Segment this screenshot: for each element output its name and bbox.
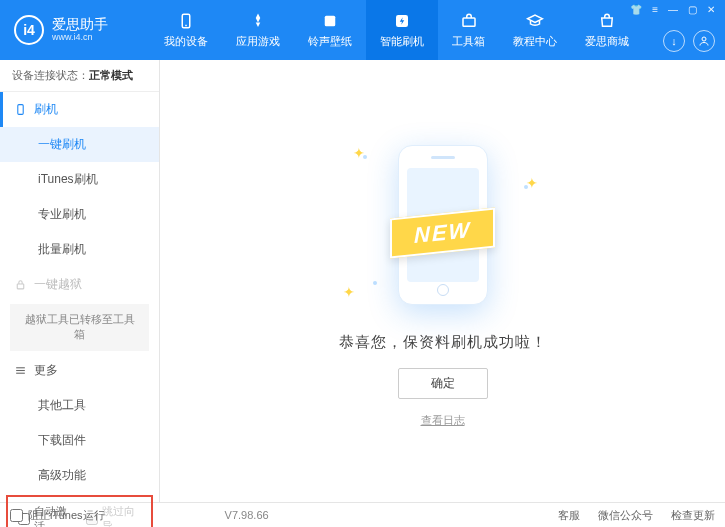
nav-label: 工具箱 <box>452 34 485 49</box>
nav-label: 教程中心 <box>513 34 557 49</box>
store-icon <box>597 11 617 31</box>
app-logo-icon: i4 <box>14 15 44 45</box>
app-header: i4 爱思助手 www.i4.cn 我的设备 应用游戏 铃声壁纸 智能刷机 工具… <box>0 0 725 60</box>
phone-icon <box>14 103 27 116</box>
app-url: www.i4.cn <box>52 33 108 43</box>
toolbox-icon <box>459 11 479 31</box>
sidebar-item-advanced[interactable]: 高级功能 <box>0 458 159 493</box>
sidebar-item-other-tools[interactable]: 其他工具 <box>0 388 159 423</box>
footer-link-update[interactable]: 检查更新 <box>671 508 715 523</box>
nav-tab-ringtone[interactable]: 铃声壁纸 <box>294 0 366 60</box>
nav-tabs: 我的设备 应用游戏 铃声壁纸 智能刷机 工具箱 教程中心 爱思商城 <box>150 0 643 60</box>
sidebar-item-download-firmware[interactable]: 下载固件 <box>0 423 159 458</box>
sidebar-category-jailbreak: 一键越狱 <box>0 267 159 302</box>
sparkle-icon: ✦ <box>353 145 365 161</box>
skin-icon[interactable]: 👕 <box>630 4 642 15</box>
nav-label: 铃声壁纸 <box>308 34 352 49</box>
svg-point-5 <box>702 37 706 41</box>
svg-rect-6 <box>18 105 23 115</box>
tutorial-icon <box>525 11 545 31</box>
logo-area: i4 爱思助手 www.i4.cn <box>0 15 150 45</box>
sidebar-item-pro-flash[interactable]: 专业刷机 <box>0 197 159 232</box>
success-message: 恭喜您，保资料刷机成功啦！ <box>339 333 547 352</box>
lock-icon <box>14 278 27 291</box>
menu-icon[interactable]: ≡ <box>652 4 658 15</box>
nav-label: 我的设备 <box>164 34 208 49</box>
sidebar-item-oneclick-flash[interactable]: 一键刷机 <box>0 127 159 162</box>
jailbreak-moved-notice: 越狱工具已转移至工具箱 <box>10 304 149 351</box>
connection-status: 设备连接状态：正常模式 <box>0 60 159 92</box>
sparkle-icon: ✦ <box>526 175 538 191</box>
main-content: ✦ ✦ ✦ NEW 恭喜您，保资料刷机成功啦！ 确定 查看日志 <box>160 60 725 502</box>
block-itunes-label: 阻止iTunes运行 <box>28 508 105 523</box>
footer-link-wechat[interactable]: 微信公众号 <box>598 508 653 523</box>
sparkle-icon: ✦ <box>343 284 355 300</box>
download-button[interactable]: ↓ <box>663 30 685 52</box>
nav-tab-tutorial[interactable]: 教程中心 <box>499 0 571 60</box>
sidebar: 设备连接状态：正常模式 刷机 一键刷机 iTunes刷机 专业刷机 批量刷机 一… <box>0 60 160 502</box>
device-icon <box>176 11 196 31</box>
nav-label: 爱思商城 <box>585 34 629 49</box>
nav-tab-flash[interactable]: 智能刷机 <box>366 0 438 60</box>
sidebar-category-flash[interactable]: 刷机 <box>0 92 159 127</box>
footer-link-support[interactable]: 客服 <box>558 508 580 523</box>
minimize-icon[interactable]: — <box>668 4 678 15</box>
nav-label: 应用游戏 <box>236 34 280 49</box>
view-log-link[interactable]: 查看日志 <box>421 413 465 428</box>
user-button[interactable] <box>693 30 715 52</box>
sidebar-category-more[interactable]: 更多 <box>0 353 159 388</box>
app-name: 爱思助手 <box>52 17 108 32</box>
nav-label: 智能刷机 <box>380 34 424 49</box>
ringtone-icon <box>320 11 340 31</box>
window-controls: 👕 ≡ — ▢ ✕ <box>630 4 715 15</box>
sidebar-item-itunes-flash[interactable]: iTunes刷机 <box>0 162 159 197</box>
version-label: V7.98.66 <box>225 509 269 521</box>
maximize-icon[interactable]: ▢ <box>688 4 697 15</box>
nav-tab-apps[interactable]: 应用游戏 <box>222 0 294 60</box>
list-icon <box>14 364 27 377</box>
success-illustration: ✦ ✦ ✦ NEW <box>343 135 543 315</box>
nav-tab-toolbox[interactable]: 工具箱 <box>438 0 499 60</box>
svg-rect-7 <box>17 284 24 289</box>
block-itunes-checkbox[interactable] <box>10 509 23 522</box>
apps-icon <box>248 11 268 31</box>
sidebar-item-batch-flash[interactable]: 批量刷机 <box>0 232 159 267</box>
flash-icon <box>392 11 412 31</box>
close-icon[interactable]: ✕ <box>707 4 715 15</box>
svg-rect-4 <box>463 18 475 26</box>
ok-button[interactable]: 确定 <box>398 368 488 399</box>
nav-tab-device[interactable]: 我的设备 <box>150 0 222 60</box>
svg-rect-2 <box>325 16 336 27</box>
